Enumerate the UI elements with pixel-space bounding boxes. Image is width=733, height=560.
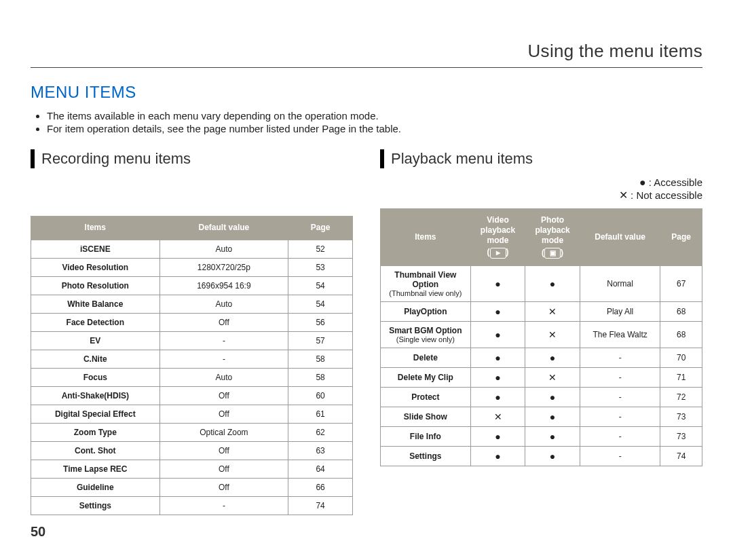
cell-page: 61 [288,405,353,424]
bullet-item: The items available in each menu vary de… [47,110,702,122]
subhead-wrap: Playback menu items [380,149,702,168]
col-header-items: Items [31,216,160,240]
cell-default: Auto [159,295,288,314]
bullet-item: For item operation details, see the page… [47,123,702,134]
cell-page: 58 [288,350,353,369]
header-divider [31,67,702,68]
cell-item: Time Lapse REC [31,460,160,479]
cell-photo-mode: ● [525,407,580,427]
table-row: iSCENEAuto52 [31,240,353,259]
video-playback-icon [490,248,506,259]
table-row: Settings-74 [31,497,353,515]
cell-photo-mode: ● [525,427,580,447]
cell-page: 60 [288,387,353,405]
cell-default: Off [159,479,288,497]
cell-item: Anti-Shake(HDIS) [31,387,160,405]
recording-table: Items Default value Page iSCENEAuto52Vid… [31,216,353,515]
table-row: Photo Resolution1696x954 16:954 [31,277,353,295]
spacer [31,176,353,216]
table-row: FocusAuto58 [31,369,353,387]
cell-item: Delete My Clip [381,368,471,388]
cell-default: Off [159,314,288,332]
table-row: Time Lapse RECOff64 [31,460,353,479]
cross-icon: ✕ [619,189,628,201]
recording-subhead: Recording menu items [41,150,191,168]
table-row: Smart BGM Option(Single view only)●✕The … [381,322,702,348]
table-row: Video Resolution1280X720/25p53 [31,259,353,277]
cell-default: Optical Zoom [159,424,288,442]
cell-default: - [580,427,660,447]
col-header-page: Page [288,216,353,240]
cell-page: 74 [660,447,702,466]
cell-video-mode: ● [470,388,525,407]
cell-item: Zoom Type [31,424,160,442]
cell-item: Smart BGM Option(Single view only) [381,322,471,348]
cell-photo-mode: ✕ [525,302,580,322]
table-row: Delete My Clip●✕-71 [381,368,702,388]
cell-item: Protect [381,388,471,407]
cell-default: - [580,447,660,466]
cell-default: Off [159,442,288,460]
cell-default: - [580,407,660,427]
cell-video-mode: ● [470,322,525,348]
cell-item: Settings [381,447,471,466]
col-header-default: Default value [580,208,660,266]
cell-item: EV [31,332,160,350]
cell-default: 1280X720/25p [159,259,288,277]
table-row: EV-57 [31,332,353,350]
table-row: Thumbnail View Option(Thumbnail view onl… [381,266,702,302]
cell-default: - [159,497,288,515]
page-number: 50 [31,524,45,540]
cell-default: - [580,368,660,388]
table-row: White BalanceAuto54 [31,295,353,314]
cell-page: 56 [288,314,353,332]
cell-page: 72 [660,388,702,407]
cell-page: 68 [660,302,702,322]
manual-page: Using the menu items MENU ITEMS The item… [0,0,733,560]
legend-accessible: : Accessible [649,176,702,188]
page-header-right: Using the menu items [31,41,702,62]
cell-page: 53 [288,259,353,277]
table-row: GuidelineOff66 [31,479,353,497]
two-column-layout: Recording menu items Items Default value… [31,149,702,515]
col-header-default: Default value [159,216,288,240]
cell-page: 57 [288,332,353,350]
cell-default: Play All [580,302,660,322]
table-row: Anti-Shake(HDIS)Off60 [31,387,353,405]
cell-item: Photo Resolution [31,277,160,295]
cell-default: The Flea Waltz [580,322,660,348]
cell-default: - [159,350,288,369]
cell-page: 70 [660,348,702,368]
cell-photo-mode: ✕ [525,368,580,388]
table-row: Protect●●-72 [381,388,702,407]
cell-page: 62 [288,424,353,442]
cell-default: - [159,332,288,350]
cell-item: Cont. Shot [31,442,160,460]
col-header-page: Page [660,208,702,266]
cell-photo-mode: ● [525,447,580,466]
cell-page: 73 [660,407,702,427]
subhead-bar-icon [31,149,35,168]
cell-page: 67 [660,266,702,302]
cell-default: Off [159,387,288,405]
cell-page: 73 [660,427,702,447]
dot-icon: ● [639,176,646,188]
legend: ● : Accessible ✕ : Not accessible [380,176,702,202]
cell-video-mode: ● [470,447,525,466]
cell-default: - [580,348,660,368]
cell-video-mode: ● [470,348,525,368]
cell-default: 1696x954 16:9 [159,277,288,295]
table-row: Settings●●-74 [381,447,702,466]
cell-item: Face Detection [31,314,160,332]
table-row: Digital Special EffectOff61 [31,405,353,424]
table-row: Cont. ShotOff63 [31,442,353,460]
cell-photo-mode: ✕ [525,322,580,348]
cell-item: Digital Special Effect [31,405,160,424]
col-header-photo-mode: Photo playback mode () [525,208,580,266]
table-row: Face DetectionOff56 [31,314,353,332]
cell-photo-mode: ● [525,266,580,302]
cell-item: White Balance [31,295,160,314]
playback-subhead: Playback menu items [391,150,533,168]
cell-page: 64 [288,460,353,479]
cell-item: C.Nite [31,350,160,369]
